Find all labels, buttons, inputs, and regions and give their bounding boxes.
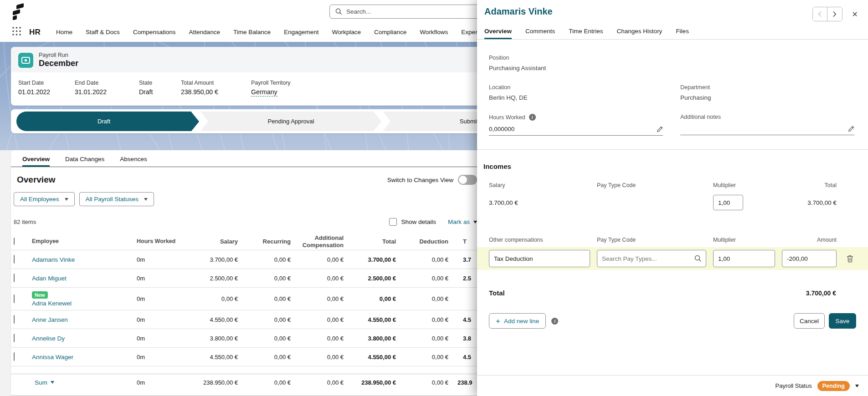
row-checkbox[interactable] (14, 294, 15, 303)
new-badge: New (32, 291, 48, 299)
select-all-checkbox[interactable] (14, 238, 15, 245)
employee-link[interactable]: Adan Miguet (32, 275, 137, 282)
global-search-input[interactable]: Search... (329, 5, 484, 19)
save-button[interactable]: Save (829, 313, 856, 329)
next-record-button[interactable] (827, 7, 842, 21)
row-checkbox[interactable] (14, 274, 15, 282)
row-checkbox[interactable] (14, 352, 15, 361)
info-icon[interactable]: i (551, 318, 558, 325)
hours-worked-editable[interactable]: 0,000000 (489, 124, 663, 136)
nav-item-staff-docs[interactable]: Staff & Docs (86, 29, 120, 36)
payroll-status-badge[interactable]: Pending (817, 381, 850, 391)
payroll-icon (18, 53, 33, 68)
panel-header: Adamaris Vinke ✕ (477, 0, 868, 21)
panel-tab-overview[interactable]: Overview (484, 28, 512, 39)
salary-value: 3.700,00 € (489, 199, 590, 206)
incomes-labels-row: Salary Pay Type Code Multiplier Total (477, 182, 868, 188)
stepper-step-draft[interactable]: Draft (16, 112, 199, 131)
chevron-down-icon (65, 198, 68, 201)
delete-line-button[interactable] (843, 255, 856, 263)
panel-tabs: Overview Comments Time Entries Changes H… (477, 28, 868, 40)
new-compensation-row (477, 247, 868, 270)
table-row: Annissa Wager 0m 4.550,00 € 0,00 € 0,00 … (11, 347, 529, 366)
table-row: Anne Jansen 0m 4.550,00 € 0,00 € 0,00 € … (11, 310, 529, 329)
flair-logo[interactable] (9, 3, 26, 22)
pencil-icon[interactable] (657, 126, 663, 132)
row-checkbox[interactable] (14, 315, 15, 324)
app-launcher-icon[interactable] (12, 26, 21, 38)
show-details-checkbox[interactable] (389, 218, 397, 226)
hours-worked-field: Hours Worked i 0,000000 (489, 114, 680, 136)
salary-multiplier-input[interactable] (713, 195, 743, 210)
territory-link[interactable]: Germany (251, 88, 277, 96)
row-checkbox[interactable] (14, 255, 15, 264)
panel-tab-comments[interactable]: Comments (525, 28, 555, 39)
location-link[interactable]: Berlin HQ, DE (489, 94, 680, 101)
compensation-name-input[interactable] (489, 250, 590, 267)
nav-item-attendance[interactable]: Attendance (189, 29, 220, 36)
search-icon (335, 8, 342, 15)
close-icon[interactable]: ✕ (849, 8, 861, 20)
panel-tab-changes-history[interactable]: Changes History (617, 28, 663, 39)
table-header-row: Employee Hours Worked Salary Recurring A… (11, 234, 529, 250)
plus-icon: + (496, 317, 500, 325)
mark-as-dropdown[interactable]: Mark as (448, 218, 477, 225)
department-field: Department Purchasing (680, 84, 711, 101)
nav-item-compliance[interactable]: Compliance (374, 29, 406, 36)
cancel-button[interactable]: Cancel (794, 313, 825, 329)
nav-item-compensations[interactable]: Compensations (133, 29, 176, 36)
stepper-step-pending-approval[interactable]: Pending Approval (200, 112, 381, 131)
position-field: Position Purchasing Assistant (477, 55, 868, 71)
overview-section-header: Overview Switch to Changes View (11, 175, 477, 185)
pencil-icon[interactable] (848, 126, 854, 132)
employee-link[interactable]: Adamaris Vinke (32, 256, 137, 263)
field-total-amount: Total Amount 238.950,00 € (181, 80, 251, 96)
employees-filter-dropdown[interactable]: All Employees (14, 192, 75, 206)
department-link[interactable]: Purchasing (680, 94, 711, 101)
record-pager (812, 7, 842, 21)
show-details-control: Show details (389, 218, 436, 226)
nav-item-workflows[interactable]: Workflows (420, 29, 448, 36)
employee-link[interactable]: Anne Jansen (32, 316, 137, 323)
pay-type-search-input[interactable] (597, 250, 706, 267)
changes-view-switch: Switch to Changes View (387, 175, 477, 185)
nav-item-time-balance[interactable]: Time Balance (233, 29, 271, 36)
panel-title: Adamaris Vinke (484, 6, 553, 17)
info-icon[interactable]: i (529, 114, 536, 121)
sum-dropdown[interactable]: Sum (32, 379, 137, 386)
previous-record-button[interactable] (813, 7, 827, 21)
payroll-statuses-filter-dropdown[interactable]: All Payroll Statuses (79, 192, 154, 206)
record-type-label: Payroll Run (39, 52, 78, 58)
row-checkbox[interactable] (14, 334, 15, 342)
tab-data-changes[interactable]: Data Changes (65, 156, 104, 167)
incomes-total-value: 3.700,00 € (806, 289, 856, 297)
additional-notes-editable[interactable] (680, 124, 854, 135)
employee-link[interactable]: Annissa Wager (32, 354, 137, 360)
field-payroll-territory: Payroll Territory Germany (251, 80, 291, 96)
add-new-line-button[interactable]: + Add new line (489, 313, 546, 329)
employee-link[interactable]: Annelise Dy (32, 335, 137, 342)
tab-absences[interactable]: Absences (120, 156, 147, 167)
panel-body: Position Purchasing Assistant Location B… (477, 40, 868, 375)
table-row: Adan Miguet 0m 2.500,00 € 0,00 € 0,00 € … (11, 269, 529, 287)
changes-view-toggle[interactable] (458, 175, 477, 185)
chevron-down-icon (144, 198, 148, 201)
items-count: 82 items (14, 218, 36, 225)
app-name: HR (29, 28, 41, 37)
nav-item-workplace[interactable]: Workplace (332, 29, 361, 36)
compensation-amount-input[interactable] (782, 250, 837, 267)
compensation-multiplier-input[interactable] (713, 250, 775, 267)
salary-income-row: 3.700,00 € 3.700,00 € (477, 195, 868, 210)
panel-tab-time-entries[interactable]: Time Entries (569, 28, 603, 39)
tab-overview[interactable]: Overview (22, 156, 50, 167)
nav-item-home[interactable]: Home (56, 29, 72, 36)
panel-footer: Payroll Status Pending (477, 375, 868, 396)
nav-item-engagement[interactable]: Engagement (284, 29, 319, 36)
table-row: Annelise Dy 0m 3.800,00 € 0,00 € 0,00 € … (11, 329, 529, 347)
chevron-down-icon[interactable] (855, 385, 859, 387)
other-compensation-labels-row: Other compensations Pay Type Code Multip… (477, 237, 868, 243)
panel-tab-files[interactable]: Files (676, 28, 689, 39)
table-meta-row: 82 items Show details Mark as (11, 218, 477, 226)
employee-link[interactable]: Adria Kenewel (32, 300, 72, 307)
trash-icon (847, 255, 853, 263)
